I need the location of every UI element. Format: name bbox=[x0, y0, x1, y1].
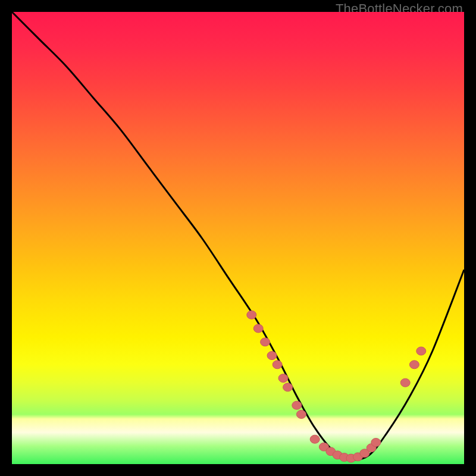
bottleneck-curve bbox=[12, 12, 464, 460]
data-marker bbox=[353, 453, 362, 461]
data-marker bbox=[278, 374, 288, 383]
data-marker bbox=[340, 453, 349, 462]
data-marker bbox=[247, 311, 256, 319]
data-marker bbox=[346, 454, 356, 462]
data-marker bbox=[310, 435, 320, 443]
data-markers bbox=[247, 311, 426, 462]
curve-svg bbox=[12, 12, 464, 464]
data-marker bbox=[367, 444, 376, 452]
data-marker bbox=[371, 439, 381, 447]
data-marker bbox=[296, 410, 306, 418]
data-marker bbox=[409, 361, 419, 369]
data-marker bbox=[292, 401, 302, 409]
chart-stage: TheBottleNecker.com bbox=[0, 0, 476, 476]
data-marker bbox=[333, 451, 342, 459]
data-marker bbox=[267, 352, 277, 360]
data-marker bbox=[319, 443, 328, 451]
data-marker bbox=[253, 324, 263, 333]
data-marker bbox=[400, 378, 410, 387]
data-marker bbox=[261, 338, 270, 346]
data-marker bbox=[360, 449, 369, 458]
data-marker bbox=[326, 447, 336, 456]
data-marker bbox=[283, 383, 293, 392]
data-marker bbox=[416, 347, 426, 355]
data-marker bbox=[273, 361, 282, 369]
plot-area bbox=[12, 12, 464, 464]
